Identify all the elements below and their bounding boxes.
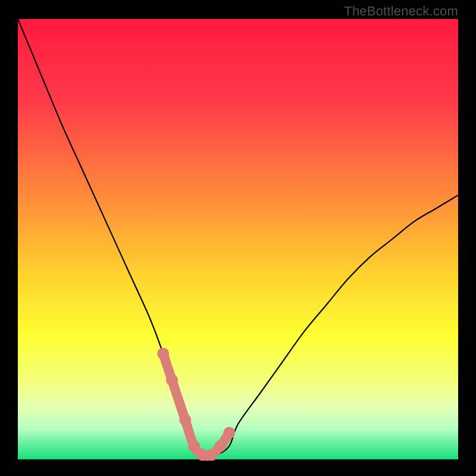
highlight-dot — [188, 440, 200, 452]
curve-layer — [18, 19, 458, 459]
highlight-dot — [223, 427, 235, 439]
highlight-dot — [214, 440, 226, 452]
highlight-markers — [157, 347, 235, 461]
highlight-dot — [157, 347, 169, 359]
plot-area — [18, 19, 458, 459]
highlight-dot — [206, 449, 218, 461]
watermark-text: TheBottleneck.com — [344, 4, 458, 19]
highlight-dot — [166, 374, 178, 386]
bottleneck-curve — [18, 19, 458, 456]
highlight-dot — [179, 414, 191, 425]
chart-frame: TheBottleneck.com — [0, 0, 476, 476]
